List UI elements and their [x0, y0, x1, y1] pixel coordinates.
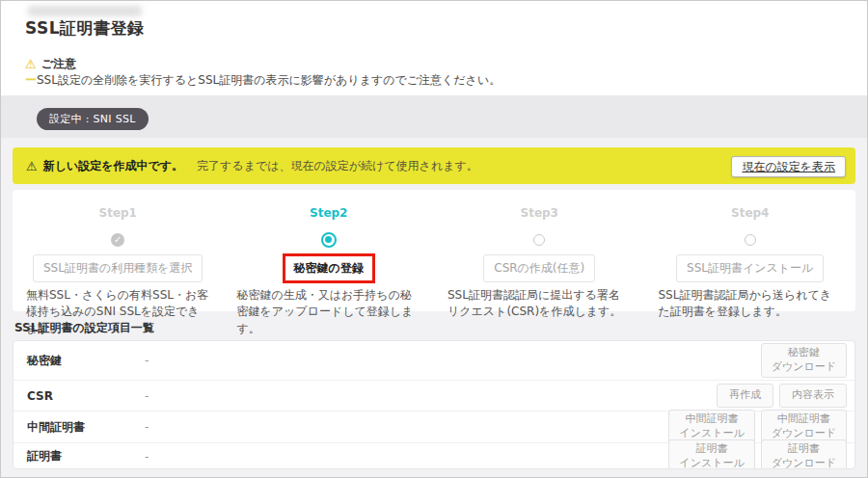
private-key-download-button[interactable]: 秘密鍵 ダウンロード	[761, 343, 847, 378]
step-3-label: Step3	[434, 206, 645, 220]
step-1-label: Step1	[13, 206, 224, 220]
step-current-radio-icon	[321, 232, 337, 248]
banner-body: 完了するまでは、現在の設定が続けて使用されます。	[197, 158, 478, 174]
notice-item: ー SSL設定の全削除を実行するとSSL証明書の表示に影響がありますのでご注意く…	[25, 72, 501, 89]
row-label: 中間証明書	[27, 419, 145, 436]
page-header-section: SSL証明書登録 ⚠ ご注意 ー SSL設定の全削除を実行するとSSL証明書の表…	[1, 1, 867, 95]
step-1-column: Step1 ✓ SSL証明書の利用種類を選択 無料SSL・さくらの有料SSL・お…	[13, 190, 224, 311]
step-upcoming-circle-icon	[745, 234, 756, 246]
csr-view-content-button[interactable]: 内容表示	[779, 384, 847, 408]
step-4-label: Step4	[645, 206, 856, 220]
table-row-certificate: 証明書 - 証明書 インストール 証明書 ダウンロード	[14, 443, 854, 469]
row-value: -	[145, 450, 149, 464]
step-2-label: Step2	[224, 206, 435, 220]
certificate-install-button[interactable]: 証明書 インストール	[668, 439, 754, 469]
status-badge: 設定中 : SNI SSL	[37, 108, 149, 130]
table-row-csr: CSR - 再作成 内容表示	[14, 381, 854, 412]
table-row-private-key: 秘密鍵 - 秘密鍵 ダウンロード	[14, 341, 854, 381]
step-2-column: Step2 秘密鍵の登録 秘密鍵の生成・又はお手持ちの秘密鍵をアップロードして登…	[224, 190, 435, 311]
step-done-check-icon: ✓	[111, 233, 124, 247]
row-value: -	[145, 420, 149, 434]
step-3-create-csr-button[interactable]: CSRの作成(任意)	[483, 254, 595, 282]
row-value: -	[145, 354, 149, 367]
row-label: 秘密鍵	[27, 353, 145, 369]
notice-bullet: ー	[25, 72, 35, 89]
step-3-column: Step3 CSRの作成(任意) SSL証明書認証局に提出する署名リクエスト(C…	[434, 190, 645, 311]
step-1-select-usage-type-button[interactable]: SSL証明書の利用種類を選択	[33, 254, 203, 282]
settings-table-heading: SSL証明書の設定項目一覧	[14, 320, 154, 336]
ssl-certificate-registration-page: SSL証明書登録 ⚠ ご注意 ー SSL設定の全削除を実行するとSSL証明書の表…	[0, 0, 868, 478]
page-title: SSL証明書登録	[25, 17, 145, 40]
row-label: CSR	[27, 389, 145, 403]
step-3-description: SSL証明書認証局に提出する署名リクエスト(CSR)を作成します。	[448, 287, 632, 321]
row-label: 証明書	[27, 448, 145, 465]
notice-text: SSL設定の全削除を実行するとSSL証明書の表示に影響がありますのでご注意くださ…	[37, 72, 501, 89]
certificate-download-button[interactable]: 証明書 ダウンロード	[761, 439, 847, 469]
show-current-settings-button[interactable]: 現在の設定を表示	[731, 156, 846, 177]
step-2-register-private-key-highlighted[interactable]: 秘密鍵の登録	[283, 253, 375, 283]
warning-triangle-icon: ⚠	[25, 58, 37, 70]
in-progress-banner: ⚠ 新しい設定を作成中です。 完了するまでは、現在の設定が続けて使用されます。	[13, 147, 855, 184]
steps-wizard: Step1 ✓ SSL証明書の利用種類を選択 無料SSL・さくらの有料SSL・お…	[13, 190, 855, 311]
csr-recreate-button[interactable]: 再作成	[717, 384, 773, 408]
row-value: -	[145, 389, 149, 403]
redacted-domain-text	[28, 6, 142, 16]
step-4-install-certificate-button[interactable]: SSL証明書インストール	[676, 254, 824, 282]
step-2-description: 秘密鍵の生成・又はお手持ちの秘密鍵をアップロードして登録します。	[237, 287, 421, 337]
notice-heading-label: ご注意	[41, 56, 76, 72]
settings-table: 秘密鍵 - 秘密鍵 ダウンロード CSR - 再作成 内容表示 中間証明書 - …	[13, 340, 855, 469]
step-4-column: Step4 SSL証明書インストール SSL証明書認証局から送られてきた証明書を…	[645, 190, 856, 311]
notice-heading: ⚠ ご注意	[25, 56, 76, 72]
step-upcoming-circle-icon	[533, 234, 545, 246]
step-4-description: SSL証明書認証局から送られてきた証明書を登録します。	[659, 287, 843, 321]
banner-title: 新しい設定を作成中です。	[43, 158, 183, 174]
alert-triangle-icon: ⚠	[26, 160, 38, 173]
